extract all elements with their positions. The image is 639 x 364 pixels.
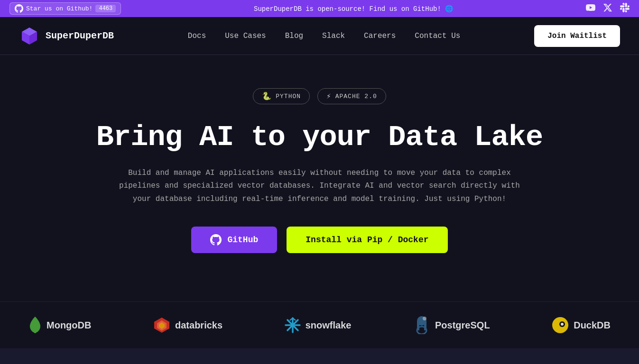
hero-section: 🐍 PYTHON ⚡ APACHE 2.0 Bring AI to your D… bbox=[0, 55, 639, 301]
nav-item-usecases[interactable]: Use Cases bbox=[225, 32, 266, 40]
nav-item-careers[interactable]: Careers bbox=[364, 32, 396, 40]
apache-badge: ⚡ APACHE 2.0 bbox=[317, 88, 386, 104]
nav-link-docs[interactable]: Docs bbox=[188, 32, 206, 40]
apache-icon: ⚡ bbox=[326, 91, 332, 101]
nav-link-slack[interactable]: Slack bbox=[322, 32, 345, 40]
svg-rect-3 bbox=[35, 328, 36, 333]
youtube-icon[interactable] bbox=[586, 3, 595, 15]
mongodb-logo: MongoDB bbox=[28, 317, 91, 334]
python-badge-label: PYTHON bbox=[276, 93, 301, 100]
databricks-text: databricks bbox=[175, 320, 222, 331]
duckdb-text: DuckDB bbox=[574, 320, 611, 331]
postgresql-text: PostgreSQL bbox=[435, 320, 490, 331]
postgresql-logo: PostgreSQL bbox=[413, 316, 490, 334]
logo-icon bbox=[19, 26, 40, 46]
nav-link-contact[interactable]: Contact Us bbox=[415, 32, 460, 40]
python-badge: 🐍 PYTHON bbox=[253, 88, 310, 104]
banner-announcement: SuperDuperDB is open-source! Find us on … bbox=[254, 5, 453, 13]
navbar: SuperDuperDB Docs Use Cases Blog Slack C… bbox=[0, 17, 639, 55]
top-banner: Star us on Github! 4463 SuperDuperDB is … bbox=[0, 0, 639, 17]
databricks-logo: databricks bbox=[153, 317, 222, 334]
svg-point-20 bbox=[561, 323, 564, 326]
banner-left: Star us on Github! 4463 bbox=[9, 2, 121, 15]
hero-title: Bring AI to your Data Lake bbox=[19, 121, 620, 154]
snowflake-icon bbox=[285, 317, 301, 333]
postgresql-icon bbox=[413, 316, 430, 334]
nav-item-contact[interactable]: Contact Us bbox=[415, 32, 460, 40]
cta-buttons: GitHub Install via Pip / Docker bbox=[19, 227, 620, 253]
badges-row: 🐍 PYTHON ⚡ APACHE 2.0 bbox=[19, 88, 620, 104]
duckdb-icon bbox=[552, 317, 569, 334]
github-button[interactable]: GitHub bbox=[191, 227, 277, 253]
grid-icon[interactable] bbox=[620, 3, 630, 15]
github-button-label: GitHub bbox=[227, 235, 258, 245]
snowflake-text: snowflake bbox=[306, 320, 352, 331]
github-octocat-icon bbox=[15, 4, 23, 13]
hero-description: Build and manage AI applications easily … bbox=[113, 167, 526, 206]
duckdb-logo: DuckDB bbox=[552, 317, 611, 334]
join-waitlist-button[interactable]: Join Waitlist bbox=[534, 25, 620, 47]
nav-links: Docs Use Cases Blog Slack Careers Contac… bbox=[188, 32, 460, 40]
databricks-icon bbox=[153, 317, 170, 334]
nav-item-blog[interactable]: Blog bbox=[285, 32, 303, 40]
apache-badge-label: APACHE 2.0 bbox=[335, 93, 377, 100]
python-icon: 🐍 bbox=[262, 91, 272, 101]
nav-item-docs[interactable]: Docs bbox=[188, 32, 206, 40]
nav-link-careers[interactable]: Careers bbox=[364, 32, 396, 40]
svg-point-17 bbox=[423, 317, 426, 320]
nav-link-usecases[interactable]: Use Cases bbox=[225, 32, 266, 40]
nav-item-slack[interactable]: Slack bbox=[322, 32, 345, 40]
github-star-button[interactable]: Star us on Github! 4463 bbox=[9, 2, 121, 15]
mongodb-icon bbox=[28, 317, 42, 334]
star-label: Star us on Github! bbox=[26, 5, 93, 12]
partners-section: MongoDB databricks snowflake bbox=[0, 301, 639, 348]
install-button-label: Install via Pip / Docker bbox=[306, 235, 428, 245]
logo[interactable]: SuperDuperDB bbox=[19, 26, 114, 46]
twitter-icon[interactable] bbox=[603, 3, 612, 15]
github-icon bbox=[210, 234, 222, 246]
mongodb-text: MongoDB bbox=[46, 320, 91, 331]
star-count: 4463 bbox=[95, 5, 116, 12]
banner-socials bbox=[586, 3, 630, 15]
snowflake-logo: snowflake bbox=[285, 317, 352, 333]
logo-text: SuperDuperDB bbox=[46, 30, 114, 41]
nav-link-blog[interactable]: Blog bbox=[285, 32, 303, 40]
install-button[interactable]: Install via Pip / Docker bbox=[287, 227, 447, 253]
